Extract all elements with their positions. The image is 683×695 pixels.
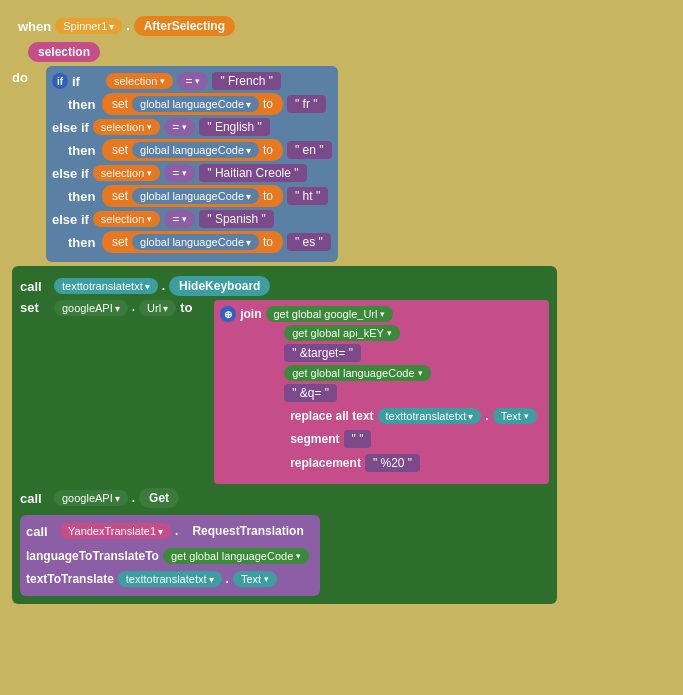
es-string: " es " bbox=[287, 233, 331, 251]
replacement-value: " %20 " bbox=[365, 454, 420, 472]
after-selecting-pill: AfterSelecting bbox=[134, 16, 235, 36]
langcode-dropdown1[interactable]: global languageCode bbox=[132, 96, 259, 112]
join-row2: get global api_kEY bbox=[220, 325, 543, 341]
texttotranslate-dropdown1[interactable]: texttotranslatetxt bbox=[54, 278, 158, 294]
green-section: call texttotranslatetxt . HideKeyboard s… bbox=[12, 266, 557, 604]
get-langcode-yandex[interactable]: get global languageCode bbox=[163, 548, 309, 564]
dot1: . bbox=[126, 19, 129, 33]
blue-circle-join: ⊕ bbox=[220, 306, 236, 322]
eq2[interactable]: = bbox=[164, 118, 195, 136]
get-selection1[interactable]: selection bbox=[106, 73, 173, 89]
call1-keyword: call bbox=[20, 279, 50, 294]
replace-all-label: replace all text bbox=[290, 409, 373, 423]
then-row3: then set global languageCode to " ht " bbox=[52, 185, 332, 207]
join-block: ⊕ join get global google_Url get global … bbox=[214, 300, 549, 484]
lang-to-translate-label: languageToTranslateTo bbox=[26, 549, 159, 563]
target-string: " &target= " bbox=[284, 344, 361, 362]
french-string: " French " bbox=[212, 72, 281, 90]
blue-circle1: if bbox=[52, 73, 68, 89]
set-langcode1[interactable]: set global languageCode to bbox=[102, 93, 283, 115]
segment-value: " " bbox=[344, 430, 372, 448]
selection-row: selection bbox=[12, 42, 557, 62]
do-container: do if if selection = " French " then set… bbox=[12, 66, 557, 262]
english-string: " English " bbox=[199, 118, 270, 136]
get-method-pill: Get bbox=[139, 488, 179, 508]
spinner1-dropdown[interactable]: Spinner1 bbox=[55, 18, 122, 34]
text-label2[interactable]: Text bbox=[233, 571, 277, 587]
replace-all-block: replace all text texttotranslatetxt . Te… bbox=[284, 405, 543, 478]
then2-keyword: then bbox=[68, 143, 98, 158]
set-keyword: set bbox=[20, 300, 50, 315]
get-api-key[interactable]: get global api_kEY bbox=[284, 325, 400, 341]
langcode-dropdown2[interactable]: global languageCode bbox=[132, 142, 259, 158]
haitian-string: " Haitian Creole " bbox=[199, 164, 306, 182]
get-selection2[interactable]: selection bbox=[93, 119, 160, 135]
join-row3: " &target= " bbox=[220, 344, 543, 362]
join-row4: get global languageCode bbox=[220, 365, 543, 381]
ht-string: " ht " bbox=[287, 187, 328, 205]
langcode-dropdown4[interactable]: global languageCode bbox=[132, 234, 259, 250]
get-langcode-join[interactable]: get global languageCode bbox=[284, 365, 430, 381]
main-container: when Spinner1 . AfterSelecting selection… bbox=[8, 8, 561, 608]
replacement-row: replacement " %20 " bbox=[290, 454, 537, 472]
then-row2: then set global languageCode to " en " bbox=[52, 139, 332, 161]
when-header: when Spinner1 . AfterSelecting bbox=[12, 12, 557, 40]
call-get-row: call googleAPI . Get bbox=[20, 488, 549, 508]
get-selection4[interactable]: selection bbox=[93, 211, 160, 227]
call3-keyword: call bbox=[26, 524, 56, 539]
set-langcode3[interactable]: set global languageCode to bbox=[102, 185, 283, 207]
replace-all-header: replace all text texttotranslatetxt . Te… bbox=[290, 408, 537, 424]
else-if-row4: else if selection = " Spanish " bbox=[52, 210, 332, 228]
en-string: " en " bbox=[287, 141, 332, 159]
join-header-row: ⊕ join get global google_Url bbox=[220, 306, 543, 322]
get-google-url[interactable]: get global google_Url bbox=[266, 306, 394, 322]
call-hide-row: call texttotranslatetxt . HideKeyboard bbox=[20, 276, 549, 296]
eq3[interactable]: = bbox=[164, 164, 195, 182]
if-keyword1: if bbox=[72, 74, 102, 89]
googleapi-dropdown[interactable]: googleAPI bbox=[54, 300, 128, 316]
texttotranslate-dropdown2[interactable]: texttotranslatetxt bbox=[378, 408, 482, 424]
qparam-string: " &q= " bbox=[284, 384, 337, 402]
text-label1[interactable]: Text bbox=[493, 408, 537, 424]
segment-label: segment bbox=[290, 432, 339, 446]
join-row-replace: replace all text texttotranslatetxt . Te… bbox=[220, 405, 543, 478]
do-keyword: do bbox=[12, 66, 42, 85]
set-langcode2[interactable]: set global languageCode to bbox=[102, 139, 283, 161]
else-if2-keyword: else if bbox=[52, 120, 89, 135]
then-row4: then set global languageCode to " es " bbox=[52, 231, 332, 253]
yandex-text-row: textToTranslate texttotranslatetxt . Tex… bbox=[26, 571, 314, 587]
else-if-row3: else if selection = " Haitian Creole " bbox=[52, 164, 332, 182]
else-if3-keyword: else if bbox=[52, 166, 89, 181]
call2-keyword: call bbox=[20, 491, 50, 506]
to-keyword: to bbox=[180, 300, 210, 315]
segment-row: segment " " bbox=[290, 430, 537, 448]
get-selection3[interactable]: selection bbox=[93, 165, 160, 181]
langcode-dropdown3[interactable]: global languageCode bbox=[132, 188, 259, 204]
texttotranslate-dropdown3[interactable]: texttotranslatetxt bbox=[118, 571, 222, 587]
when-keyword: when bbox=[18, 19, 51, 34]
selection-pill: selection bbox=[28, 42, 100, 62]
eq1[interactable]: = bbox=[177, 72, 208, 90]
if-block: if if selection = " French " then set gl… bbox=[46, 66, 338, 262]
join-label: join bbox=[240, 307, 261, 321]
then3-keyword: then bbox=[68, 189, 98, 204]
else-if-row2: else if selection = " English " bbox=[52, 118, 332, 136]
yandex-lang-row: languageToTranslateTo get global languag… bbox=[26, 548, 314, 564]
yandex-block: call YandexTranslate1 . RequestTranslati… bbox=[20, 515, 320, 596]
url-dropdown[interactable]: Url bbox=[139, 300, 176, 316]
text-to-translate-label: textToTranslate bbox=[26, 572, 114, 586]
set-langcode4[interactable]: set global languageCode to bbox=[102, 231, 283, 253]
replacement-label: replacement bbox=[290, 456, 361, 470]
googleapi-dropdown2[interactable]: googleAPI bbox=[54, 490, 128, 506]
else-if4-keyword: else if bbox=[52, 212, 89, 227]
request-translation-pill: RequestTranslation bbox=[182, 521, 313, 541]
fr-string: " fr " bbox=[287, 95, 326, 113]
if-row1: if if selection = " French " bbox=[52, 72, 332, 90]
yandex-dropdown[interactable]: YandexTranslate1 bbox=[60, 523, 171, 539]
then4-keyword: then bbox=[68, 235, 98, 250]
eq4[interactable]: = bbox=[164, 210, 195, 228]
then1-keyword: then bbox=[68, 97, 98, 112]
then-row1: then set global languageCode to " fr " bbox=[52, 93, 332, 115]
hidekeyboard-pill: HideKeyboard bbox=[169, 276, 270, 296]
yandex-call-row: call YandexTranslate1 . RequestTranslati… bbox=[26, 521, 314, 541]
